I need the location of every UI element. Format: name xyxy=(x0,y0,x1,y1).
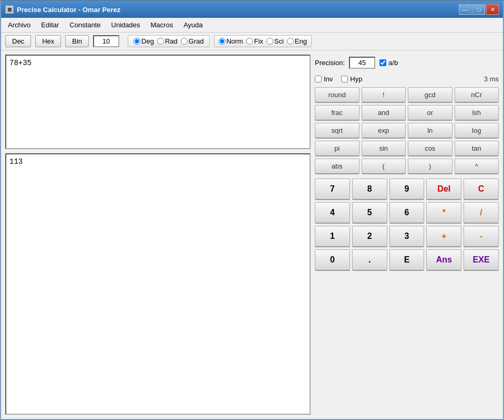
fix-radio-label[interactable]: Fix xyxy=(246,37,263,45)
window-title: Precise Calculator - Omar Perez xyxy=(17,6,120,14)
output-area[interactable]: 113 xyxy=(5,153,311,415)
menu-constante[interactable]: Constante xyxy=(65,19,105,31)
num-btn--[interactable]: * xyxy=(426,202,461,224)
ab-checkbox[interactable] xyxy=(379,59,386,66)
fix-label: Fix xyxy=(254,37,263,45)
num-btn-6[interactable]: 6 xyxy=(389,202,425,224)
notation-group: Norm Fix Sci Eng xyxy=(214,35,312,47)
num-btn-4[interactable]: 4 xyxy=(315,202,350,224)
grad-radio-label[interactable]: Grad xyxy=(181,37,204,45)
num-btn--[interactable]: . xyxy=(352,249,387,271)
title-controls: — □ ✕ xyxy=(459,4,499,15)
func-btn-sqrt[interactable]: sqrt xyxy=(315,123,359,139)
deg-label: Deg xyxy=(141,37,154,45)
num-btn-7[interactable]: 7 xyxy=(315,178,350,200)
inv-label: Inv xyxy=(324,75,333,83)
num-btn--[interactable]: + xyxy=(426,226,461,247)
num-btn-Ans[interactable]: Ans xyxy=(426,249,461,271)
ab-checkbox-group: a/b xyxy=(379,59,398,67)
menu-macros[interactable]: Macros xyxy=(146,19,178,31)
hyp-label: Hyp xyxy=(350,75,362,83)
grad-radio[interactable] xyxy=(181,38,188,45)
num-btn-2[interactable]: 2 xyxy=(352,226,387,247)
num-btn-8[interactable]: 8 xyxy=(352,178,387,200)
norm-label: Norm xyxy=(227,37,243,45)
rad-radio[interactable] xyxy=(157,38,164,45)
close-button[interactable]: ✕ xyxy=(486,4,499,15)
num-btn-Del[interactable]: Del xyxy=(426,178,461,200)
menu-editar[interactable]: Editar xyxy=(36,19,64,31)
sci-radio-label[interactable]: Sci xyxy=(266,37,284,45)
deg-radio[interactable] xyxy=(133,38,140,45)
dec-button[interactable]: Dec xyxy=(5,35,31,47)
func-btn-ln[interactable]: ln xyxy=(408,123,452,139)
title-bar: ▦ Precise Calculator - Omar Perez — □ ✕ xyxy=(1,1,503,18)
inv-check-label[interactable]: Inv xyxy=(315,75,333,83)
inv-hyp-row: Inv Hyp 3 ms xyxy=(315,74,499,84)
eng-radio-label[interactable]: Eng xyxy=(287,37,307,45)
maximize-button[interactable]: □ xyxy=(472,4,485,15)
menu-bar: Archivo Editar Constante Unidades Macros… xyxy=(1,18,503,33)
func-btn-or[interactable]: or xyxy=(408,105,452,121)
hex-button[interactable]: Hex xyxy=(35,35,61,47)
func-btn--[interactable]: ^ xyxy=(455,159,499,174)
left-panel: 78+35 113 xyxy=(5,55,311,415)
func-btn-exp[interactable]: exp xyxy=(362,123,406,139)
title-bar-left: ▦ Precise Calculator - Omar Perez xyxy=(5,5,120,14)
num-btn--[interactable]: / xyxy=(464,202,499,224)
ms-label: 3 ms xyxy=(484,75,499,83)
sci-radio[interactable] xyxy=(266,38,273,45)
norm-radio[interactable] xyxy=(219,38,225,45)
func-btn-lsh[interactable]: lsh xyxy=(455,105,499,121)
num-btn-9[interactable]: 9 xyxy=(389,178,425,200)
bin-button[interactable]: Bin xyxy=(65,35,89,47)
rad-label: Rad xyxy=(165,37,178,45)
inv-checkbox[interactable] xyxy=(315,76,322,82)
num-btn-3[interactable]: 3 xyxy=(389,226,425,247)
input-area[interactable]: 78+35 xyxy=(5,55,311,149)
base-input[interactable] xyxy=(93,35,119,47)
minimize-button[interactable]: — xyxy=(459,4,471,15)
rad-radio-label[interactable]: Rad xyxy=(157,37,178,45)
num-btn--[interactable]: - xyxy=(464,226,499,247)
func-btn-abs[interactable]: abs xyxy=(315,159,359,174)
eng-label: Eng xyxy=(295,37,307,45)
func-btn-frac[interactable]: frac xyxy=(315,105,359,121)
func-btn-gcd[interactable]: gcd xyxy=(408,87,452,103)
precision-row: Precision: a/b xyxy=(315,55,499,71)
angle-group: Deg Rad Grad xyxy=(128,35,210,47)
func-btn--[interactable]: ! xyxy=(362,87,406,103)
func-btn-log[interactable]: log xyxy=(455,123,499,139)
menu-archivo[interactable]: Archivo xyxy=(3,19,35,31)
menu-unidades[interactable]: Unidades xyxy=(107,19,145,31)
toolbar: Dec Hex Bin Deg Rad Grad Norm xyxy=(1,33,503,50)
norm-radio-label[interactable]: Norm xyxy=(219,37,243,45)
num-btn-E[interactable]: E xyxy=(389,249,425,271)
func-btn-nCr[interactable]: nCr xyxy=(455,87,499,103)
number-buttons: 789DelC456*/123+-0.EAnsEXE xyxy=(315,178,499,271)
func-btn-round[interactable]: round xyxy=(315,87,359,103)
deg-radio-label[interactable]: Deg xyxy=(133,37,154,45)
func-btn-sin[interactable]: sin xyxy=(362,141,406,156)
func-btn--[interactable]: ) xyxy=(408,159,452,174)
eng-radio[interactable] xyxy=(287,38,294,45)
num-btn-0[interactable]: 0 xyxy=(315,249,350,271)
num-btn-EXE[interactable]: EXE xyxy=(464,249,499,271)
func-btn--[interactable]: ( xyxy=(362,159,406,174)
func-btn-pi[interactable]: pi xyxy=(315,141,359,156)
func-btn-and[interactable]: and xyxy=(362,105,406,121)
num-btn-C[interactable]: C xyxy=(464,178,499,200)
menu-ayuda[interactable]: Ayuda xyxy=(179,19,208,31)
num-btn-1[interactable]: 1 xyxy=(315,226,350,247)
main-window: ▦ Precise Calculator - Omar Perez — □ ✕ … xyxy=(0,0,504,420)
hyp-checkbox[interactable] xyxy=(341,76,348,82)
func-btn-tan[interactable]: tan xyxy=(455,141,499,156)
fix-radio[interactable] xyxy=(246,38,253,45)
main-content: 78+35 113 Precision: a/b Inv xyxy=(1,50,503,419)
hyp-check-label[interactable]: Hyp xyxy=(341,75,362,83)
right-panel: Precision: a/b Inv Hyp 3 ms xyxy=(315,55,499,415)
func-btn-cos[interactable]: cos xyxy=(408,141,452,156)
app-icon: ▦ xyxy=(5,5,14,14)
num-btn-5[interactable]: 5 xyxy=(352,202,387,224)
precision-input[interactable] xyxy=(349,57,375,69)
